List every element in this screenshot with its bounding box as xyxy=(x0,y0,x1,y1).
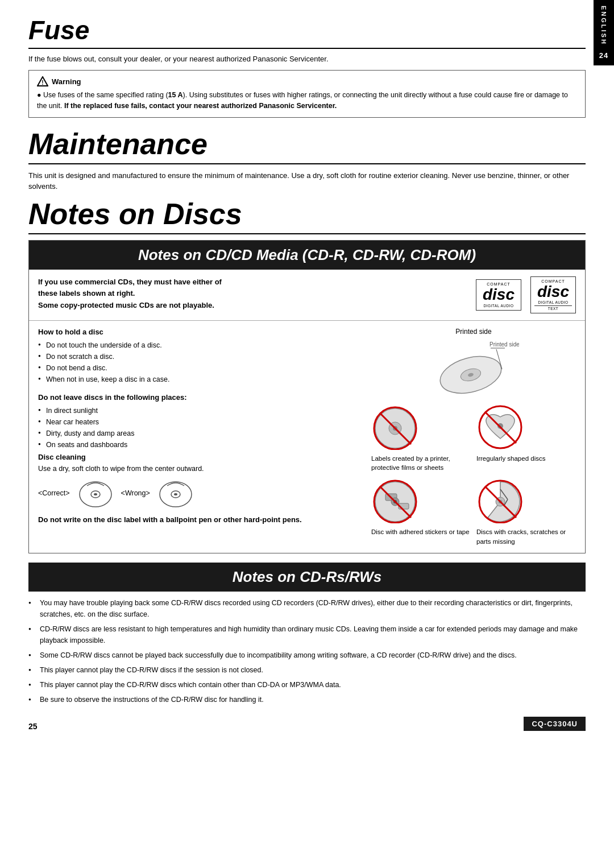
right-col: Printed side Printed side xyxy=(371,328,576,545)
labels-line2: these labels shown at right. xyxy=(38,288,464,300)
svg-point-7 xyxy=(174,493,177,495)
labels-line3: Some copy-protected music CDs are not pl… xyxy=(38,300,464,312)
disc-cleaning-title: Disc cleaning xyxy=(38,453,360,461)
page-number: 25 xyxy=(28,722,38,731)
maintenance-title: Maintenance xyxy=(28,129,586,159)
how-to-hold-list: Do not touch the underside of a disc. Do… xyxy=(38,340,360,385)
side-tab: ENGLISH 24 xyxy=(594,0,614,65)
warning-text: ● Use fuses of the same specified rating… xyxy=(37,90,577,111)
ballpoint-warning: Do not write on the disc label with a ba… xyxy=(38,514,360,526)
maintenance-intro: This unit is designed and manufactured t… xyxy=(28,170,586,192)
no-label-disc-icon xyxy=(371,404,428,450)
disc-cleaning-text: Use a dry, soft cloth to wipe from the c… xyxy=(38,465,360,473)
cracks-disc-caption: Discs with cracks, scratches or parts mi… xyxy=(476,527,576,545)
cd-labels-row: If you use commercial CDs, they must hav… xyxy=(29,270,585,321)
list-item: On seats and dashboards xyxy=(38,439,360,450)
do-not-leave-list: In direct sunlight Near car heaters Dirt… xyxy=(38,405,360,450)
fuse-intro: If the fuse blows out, consult your deal… xyxy=(28,55,586,63)
notes-divider xyxy=(28,233,586,234)
no-crack-disc-icon xyxy=(476,478,533,523)
do-not-leave-title: Do not leave discs in the following plac… xyxy=(38,393,360,402)
svg-text:Printed side: Printed side xyxy=(489,341,519,348)
printed-side-disc: Printed side xyxy=(371,338,576,396)
model-badge: CQ-C3304U xyxy=(524,717,586,731)
notes-cdr-header: Notes on CD-Rs/RWs xyxy=(28,563,586,592)
language-label: ENGLISH xyxy=(600,6,607,46)
svg-text:!: ! xyxy=(42,80,43,86)
two-col-section: How to hold a disc Do not touch the unde… xyxy=(29,321,585,552)
warning-box: ! Warning ● Use fuses of the same specif… xyxy=(28,70,586,118)
disc-cleaning-section: Disc cleaning Use a dry, soft cloth to w… xyxy=(38,453,360,509)
list-item: Be sure to observe the instructions of t… xyxy=(28,694,586,705)
list-item: Do not bend a disc. xyxy=(38,362,360,374)
correct-disc-icon xyxy=(76,477,115,509)
maintenance-divider xyxy=(28,163,586,164)
list-item: Some CD-R/RW discs cannot be played back… xyxy=(28,650,586,661)
sticker-disc-caption: Disc with adhered stickers or tape xyxy=(371,527,471,536)
list-item: Do not scratch a disc. xyxy=(38,351,360,362)
cd-section-header: Notes on CD/CD Media (CD-R, CD-RW, CD-RO… xyxy=(29,241,585,270)
list-item: You may have trouble playing back some C… xyxy=(28,597,586,620)
fuse-title: Fuse xyxy=(28,17,586,43)
list-item: Dirty, dusty and damp areas xyxy=(38,428,360,439)
no-shape-disc-icon xyxy=(476,404,533,450)
disc-image-irregular: Irregularly shaped discs xyxy=(476,404,576,472)
side-page-number: 24 xyxy=(599,51,608,60)
cd-logos: COMPACT disc DIGITAL AUDIO COMPACT disc … xyxy=(476,276,576,314)
cd-section-box: Notes on CD/CD Media (CD-R, CD-RW, CD-RO… xyxy=(28,240,586,553)
labels-line1: If you use commercial CDs, they must hav… xyxy=(38,276,464,288)
irregular-disc-caption: Irregularly shaped discs xyxy=(476,454,576,463)
disc-logo-1: COMPACT disc DIGITAL AUDIO xyxy=(476,279,521,311)
page-footer: 25 CQ-C3304U xyxy=(28,717,586,731)
how-to-hold-title: How to hold a disc xyxy=(38,328,360,336)
fuse-divider xyxy=(28,48,586,49)
notes-discs-title: Notes on Discs xyxy=(28,199,586,229)
list-item: When not in use, keep a disc in a case. xyxy=(38,374,360,385)
list-item: This player cannot play the CD-R/RW disc… xyxy=(28,664,586,676)
list-item: CD-R/RW discs are less resistant to high… xyxy=(28,623,586,646)
wrong-disc-icon xyxy=(156,477,196,509)
warning-title: ! Warning xyxy=(37,76,577,86)
list-item: Near car heaters xyxy=(38,416,360,428)
cd-labels-text: If you use commercial CDs, they must hav… xyxy=(38,276,464,312)
left-col: How to hold a disc Do not touch the unde… xyxy=(38,328,360,545)
list-item: Do not touch the underside of a disc. xyxy=(38,340,360,351)
warning-icon: ! xyxy=(37,76,48,86)
list-item: In direct sunlight xyxy=(38,405,360,416)
printed-side-label: Printed side xyxy=(371,328,576,336)
correct-label: <Correct> xyxy=(38,489,70,497)
disc-images-grid: Labels created by a printer, protective … xyxy=(371,404,576,545)
disc-logo-2: COMPACT disc DIGITAL AUDIO TEXT xyxy=(530,276,576,314)
svg-point-4 xyxy=(94,493,97,495)
label-printer-caption: Labels created by a printer, protective … xyxy=(371,454,471,472)
disc-image-label-printer: Labels created by a printer, protective … xyxy=(371,404,471,472)
disc-image-sticker: Disc with adhered stickers or tape xyxy=(371,478,471,545)
notes-cdr-title: Notes on CD-Rs/RWs xyxy=(28,568,586,586)
warning-label: Warning xyxy=(52,77,81,86)
printed-side-disc-svg: Printed side xyxy=(428,338,519,395)
wrong-label: <Wrong> xyxy=(121,489,150,497)
cd-header-title: Notes on CD/CD Media (CD-R, CD-RW, CD-RO… xyxy=(29,246,585,264)
correct-wrong-row: <Correct> <Wrong> xyxy=(38,477,360,509)
no-sticker-disc-icon xyxy=(371,478,428,523)
disc-image-cracks: Discs with cracks, scratches or parts mi… xyxy=(476,478,576,545)
list-item: This player cannot play the CD-R/RW disc… xyxy=(28,679,586,691)
cdr-bullets-list: You may have trouble playing back some C… xyxy=(28,592,586,705)
